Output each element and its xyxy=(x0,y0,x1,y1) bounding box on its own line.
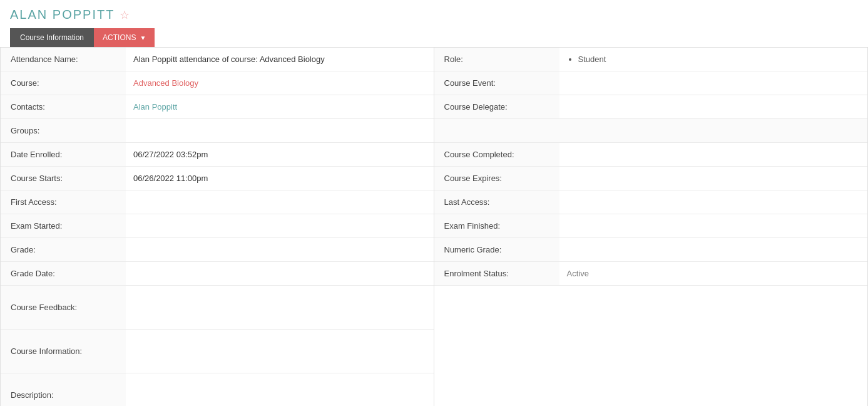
person-name: ALAN POPPITT xyxy=(10,8,115,22)
field-label: Exam Finished: xyxy=(434,214,559,237)
field-label: Date Enrolled: xyxy=(1,143,126,166)
field-value xyxy=(126,373,434,406)
field-value xyxy=(559,190,868,214)
field-value xyxy=(559,143,868,166)
field-value xyxy=(126,119,434,142)
right-field-row: Course Completed: xyxy=(434,143,868,167)
field-value: Alan Poppitt attendance of course: Advan… xyxy=(126,48,434,71)
left-field-row: Course Starts:06/26/2022 11:00pm xyxy=(1,167,434,190)
field-label: Grade Date: xyxy=(1,262,126,285)
field-label: Course Event: xyxy=(434,71,559,95)
field-value: 06/27/2022 03:52pm xyxy=(126,143,434,166)
left-field-row: First Access: xyxy=(1,190,434,214)
right-field-row: Role:Student xyxy=(434,48,868,71)
field-label: Description: xyxy=(1,373,126,406)
field-label: First Access: xyxy=(1,190,126,214)
left-field-row: Course Feedback: xyxy=(1,286,434,330)
field-label: Course Feedback: xyxy=(1,286,126,329)
field-label: Course Starts: xyxy=(1,167,126,190)
field-value xyxy=(126,190,434,214)
left-field-row: Exam Started: xyxy=(1,214,434,238)
actions-label: ACTIONS xyxy=(103,33,136,42)
field-label: Course: xyxy=(1,71,126,95)
left-field-row: Course Information: xyxy=(1,330,434,373)
field-value[interactable]: Advanced Biology xyxy=(126,71,434,95)
right-field-row: Course Expires: xyxy=(434,167,868,190)
field-value: 06/26/2022 11:00pm xyxy=(126,167,434,190)
field-value xyxy=(559,214,868,237)
field-value xyxy=(559,238,868,261)
left-field-row: Course:Advanced Biology xyxy=(1,71,434,95)
info-grid: Attendance Name:Alan Poppitt attendance … xyxy=(0,48,868,406)
right-field-row: Enrolment Status:Active xyxy=(434,262,868,286)
left-column: Attendance Name:Alan Poppitt attendance … xyxy=(1,48,434,406)
page-header: ALAN POPPITT ☆ Course Information ACTION… xyxy=(0,0,868,48)
field-label: Course Delegate: xyxy=(434,95,559,118)
field-label: Enrolment Status: xyxy=(434,262,559,285)
right-field-row: Course Delegate: xyxy=(434,95,868,119)
field-value: Student xyxy=(559,48,868,71)
right-field-row: Numeric Grade: xyxy=(434,238,868,262)
field-label: Course Completed: xyxy=(434,143,559,166)
field-label: Last Access: xyxy=(434,190,559,214)
right-field-row: Exam Finished: xyxy=(434,214,868,238)
field-value xyxy=(126,214,434,237)
favorite-icon[interactable]: ☆ xyxy=(120,8,130,22)
field-label: Course Information: xyxy=(1,330,126,373)
course-information-tab[interactable]: Course Information xyxy=(10,28,94,47)
right-field-row: Last Access: xyxy=(434,190,868,214)
left-field-row: Contacts:Alan Poppitt xyxy=(1,95,434,119)
field-label: Exam Started: xyxy=(1,214,126,237)
field-value[interactable]: Alan Poppitt xyxy=(126,95,434,118)
field-label: Course Expires: xyxy=(434,167,559,190)
right-column: Role:StudentCourse Event:Course Delegate… xyxy=(434,48,868,406)
field-value xyxy=(559,71,868,95)
field-label: Grade: xyxy=(1,238,126,261)
field-label: Role: xyxy=(434,48,559,71)
left-field-row: Description: xyxy=(1,373,434,406)
field-value xyxy=(126,262,434,285)
field-value xyxy=(126,330,434,373)
left-field-row: Date Enrolled:06/27/2022 03:52pm xyxy=(1,143,434,167)
right-field-row: Course Event: xyxy=(434,71,868,95)
field-value xyxy=(559,95,868,118)
left-field-row: Grade: xyxy=(1,238,434,262)
field-label: Groups: xyxy=(1,119,126,142)
field-value xyxy=(559,167,868,190)
left-field-row: Grade Date: xyxy=(1,262,434,286)
field-label: Attendance Name: xyxy=(1,48,126,71)
field-value: Active xyxy=(559,262,868,285)
field-label: Contacts: xyxy=(1,95,126,118)
spacer-row xyxy=(434,119,868,143)
left-field-row: Groups: xyxy=(1,119,434,143)
left-field-row: Attendance Name:Alan Poppitt attendance … xyxy=(1,48,434,71)
main-content: Attendance Name:Alan Poppitt attendance … xyxy=(0,48,868,406)
actions-button[interactable]: ACTIONS ▼ xyxy=(94,28,155,47)
person-name-row: ALAN POPPITT ☆ xyxy=(10,8,858,22)
field-value xyxy=(126,286,434,329)
caret-icon: ▼ xyxy=(140,34,146,41)
field-value xyxy=(126,238,434,261)
field-label: Numeric Grade: xyxy=(434,238,559,261)
toolbar: Course Information ACTIONS ▼ xyxy=(10,28,858,47)
